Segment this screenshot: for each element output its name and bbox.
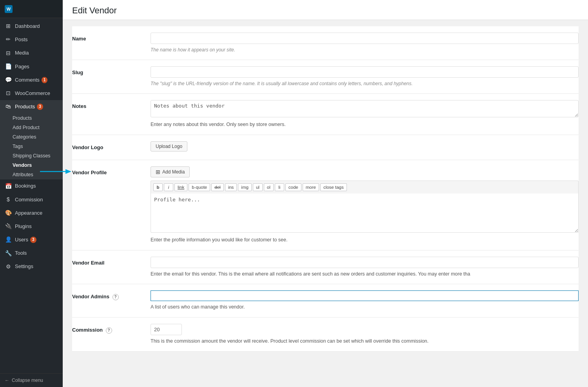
name-input[interactable] (151, 33, 579, 44)
commission-label-text: Commission (72, 327, 103, 333)
notes-field-row: Notes Enter any notes about this vendor.… (72, 94, 579, 135)
add-media-icon: ⊞ (156, 169, 160, 175)
sidebar-item-woocommerce[interactable]: ⊡ WooCommerce (0, 87, 63, 100)
upload-logo-button[interactable]: Upload Logo (151, 141, 187, 152)
sidebar-item-label: Posts (15, 36, 28, 43)
editor-btn-del[interactable]: del (211, 183, 223, 191)
sidebar-item-label: WooCommerce (15, 90, 50, 97)
collapse-icon: ← (5, 378, 9, 383)
add-media-button[interactable]: ⊞ Add Media (151, 166, 190, 177)
editor-btn-ul[interactable]: ul (253, 183, 263, 191)
sidebar-item-label: Media (15, 49, 29, 57)
posts-icon: ✏ (5, 36, 12, 43)
sidebar-item-media[interactable]: ⊟ Media (0, 46, 63, 60)
commission-field-row: Commission ? This is the commission amou… (72, 318, 579, 352)
collapse-label: Collapse menu (12, 378, 43, 383)
comments-icon: 💬 (5, 77, 12, 84)
dashboard-icon: ⊞ (5, 23, 12, 30)
sidebar-item-pages[interactable]: 📄 Pages (0, 60, 63, 73)
edit-vendor-form: Name The name is how it appears on your … (72, 26, 579, 352)
page-title: Edit Vendor (72, 5, 579, 16)
sidebar-item-label: Plugins (15, 223, 32, 230)
notes-desc: Enter any notes about this vendor. Only … (151, 121, 579, 128)
sidebar-item-posts[interactable]: ✏ Posts (0, 33, 63, 46)
sidebar-item-plugins[interactable]: 🔌 Plugins (0, 220, 63, 233)
users-badge: 3 (30, 237, 36, 243)
name-field-content: The name is how it appears on your site. (151, 33, 579, 53)
sidebar-item-products[interactable]: 🛍 Products 3 (0, 100, 63, 113)
sidebar-item-comments[interactable]: 💬 Comments 1 (0, 73, 63, 87)
name-field-row: Name The name is how it appears on your … (72, 26, 579, 60)
submenu-products[interactable]: Products (0, 113, 63, 123)
sidebar-item-label: Users (15, 236, 28, 243)
editor-btn-ol[interactable]: ol (264, 183, 274, 191)
form-content: Name The name is how it appears on your … (63, 20, 588, 387)
submenu-tags[interactable]: Tags (0, 142, 63, 151)
sidebar-item-commission[interactable]: $ Commission (0, 193, 63, 206)
upload-logo-label: Upload Logo (156, 144, 182, 149)
submenu-add-product[interactable]: Add Product (0, 123, 63, 132)
submenu-shipping-classes[interactable]: Shipping Classes (0, 151, 63, 161)
vendor-profile-editor[interactable] (151, 194, 579, 233)
commission-input[interactable] (151, 324, 182, 335)
commission-help-icon[interactable]: ? (106, 327, 112, 334)
editor-toolbar: b i link b-quote del ins img ul ol li co… (151, 181, 579, 194)
editor-btn-i[interactable]: i (164, 183, 173, 191)
vendor-admins-label: Vendor Admins ? (72, 290, 151, 311)
vendors-label: Vendors (13, 162, 32, 168)
woocommerce-icon: ⊡ (5, 90, 12, 97)
submenu-vendors[interactable]: Vendors (0, 161, 63, 170)
vendor-logo-label: Vendor Logo (72, 141, 151, 153)
slug-field-content: The "slug" is the URL-friendly version o… (151, 66, 579, 87)
editor-btn-code[interactable]: code (285, 183, 301, 191)
editor-btn-more[interactable]: more (303, 183, 319, 191)
sidebar-item-label: Pages (15, 63, 29, 70)
editor-btn-link[interactable]: link (174, 183, 187, 191)
submenu-categories[interactable]: Categories (0, 132, 63, 142)
sidebar-item-appearance[interactable]: 🎨 Appearance (0, 206, 63, 220)
name-label: Name (72, 33, 151, 53)
sidebar-item-label: Settings (15, 263, 33, 270)
pages-icon: 📄 (5, 63, 12, 70)
vendor-admins-help-icon[interactable]: ? (113, 294, 119, 300)
editor-btn-img[interactable]: img (238, 183, 252, 191)
sidebar-item-label: Commission (15, 196, 43, 203)
sidebar-item-bookings[interactable]: 📅 Bookings (0, 179, 63, 193)
notes-field-content: Enter any notes about this vendor. Only … (151, 100, 579, 128)
sidebar-item-settings[interactable]: ⚙ Settings (0, 260, 63, 273)
notes-textarea[interactable] (151, 100, 579, 117)
editor-btn-ins[interactable]: ins (225, 183, 237, 191)
sidebar-item-tools[interactable]: 🔧 Tools (0, 246, 63, 260)
sidebar-item-dashboard[interactable]: ⊞ Dashboard (0, 20, 63, 33)
notes-label: Notes (72, 100, 151, 128)
vendor-admins-input[interactable] (151, 290, 579, 301)
page-header: Edit Vendor (63, 0, 588, 20)
products-icon: 🛍 (5, 103, 12, 110)
plugins-icon: 🔌 (5, 223, 12, 230)
editor-btn-b[interactable]: b (153, 183, 163, 191)
commission-desc: This is the commission amount the vendor… (151, 338, 579, 345)
slug-input[interactable] (151, 66, 579, 78)
slug-field-row: Slug The "slug" is the URL-friendly vers… (72, 60, 579, 94)
collapse-menu-button[interactable]: ← Collapse menu (0, 373, 63, 387)
sidebar-item-users[interactable]: 👤 Users 3 (0, 233, 63, 246)
appearance-icon: 🎨 (5, 210, 12, 217)
submenu-attributes[interactable]: Attributes (0, 170, 63, 179)
sidebar-item-label: Appearance (15, 210, 42, 217)
vendor-email-label: Vendor Email (72, 257, 151, 278)
wp-icon: W (5, 5, 13, 13)
settings-icon: ⚙ (5, 263, 12, 270)
vendor-profile-content: ⊞ Add Media b i link b-quote del ins img… (151, 166, 579, 244)
editor-btn-li[interactable]: li (275, 183, 284, 191)
editor-btn-bquote[interactable]: b-quote (189, 183, 210, 191)
main-content-area: Edit Vendor Name The name is how it appe… (63, 0, 588, 387)
vendor-email-input[interactable] (151, 257, 579, 268)
name-hint: The name is how it appears on your site. (151, 46, 579, 53)
products-submenu: Products Add Product Categories Tags Shi… (0, 113, 63, 179)
vendor-profile-label: Vendor Profile (72, 166, 151, 244)
editor-btn-close-tags[interactable]: close tags (320, 183, 347, 191)
slug-label: Slug (72, 66, 151, 87)
sidebar: W ⊞ Dashboard ✏ Posts ⊟ Media 📄 Pages 💬 … (0, 0, 63, 387)
site-logo: W (0, 0, 63, 18)
commission-icon: $ (5, 196, 12, 203)
